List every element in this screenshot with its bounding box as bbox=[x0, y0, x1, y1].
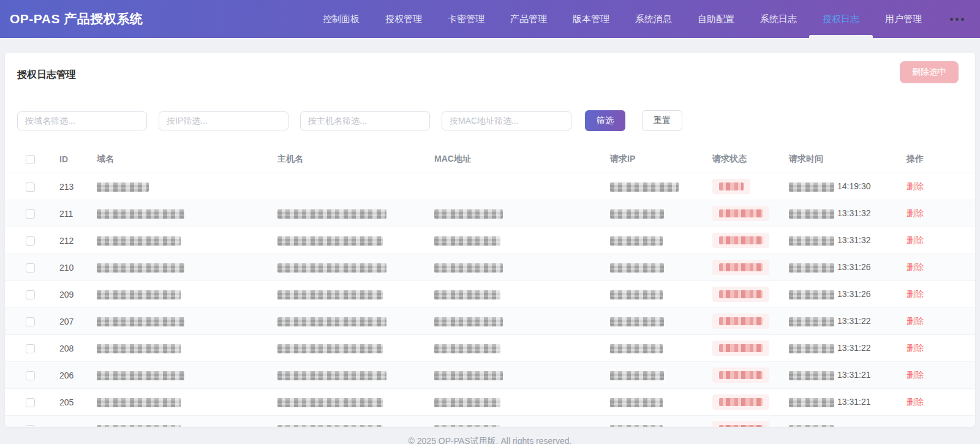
row-status-redacted bbox=[719, 263, 763, 271]
table-row: 212 13:31:32 删除 bbox=[5, 227, 975, 254]
row-status-redacted bbox=[719, 398, 763, 406]
row-checkbox[interactable] bbox=[26, 263, 35, 273]
row-domain-redacted bbox=[97, 425, 181, 427]
row-delete-link[interactable]: 删除 bbox=[907, 343, 924, 353]
row-date-redacted bbox=[789, 290, 834, 299]
row-mac-redacted bbox=[434, 209, 503, 219]
row-id: 206 bbox=[59, 371, 74, 380]
row-delete-link[interactable]: 删除 bbox=[907, 289, 924, 299]
ip-filter-input[interactable] bbox=[159, 111, 288, 130]
row-hostname-redacted bbox=[277, 425, 383, 427]
row-ip-redacted bbox=[610, 209, 664, 219]
row-delete-link[interactable]: 删除 bbox=[907, 397, 924, 407]
hostname-filter-input[interactable] bbox=[300, 111, 430, 130]
row-checkbox[interactable] bbox=[26, 344, 35, 353]
row-hostname-redacted bbox=[277, 371, 386, 380]
table-row: 210 13:31:26 删除 bbox=[5, 254, 975, 281]
col-header-request-status: 请求状态 bbox=[712, 148, 789, 173]
app-header: OP-PAS 产品授权系统 控制面板 授权管理 卡密管理 产品管理 版本管理 系… bbox=[0, 0, 980, 38]
nav-item-2[interactable]: 授权管理 bbox=[385, 0, 422, 38]
row-status-badge bbox=[712, 421, 769, 427]
row-mac-redacted bbox=[434, 425, 500, 427]
reset-button[interactable]: 重置 bbox=[642, 110, 682, 131]
row-delete-link[interactable]: 删除 bbox=[907, 235, 924, 245]
row-hostname-redacted bbox=[277, 398, 383, 407]
col-header-hostname: 主机名 bbox=[277, 148, 434, 173]
row-mac-redacted bbox=[434, 236, 500, 246]
row-delete-link[interactable]: 删除 bbox=[907, 208, 924, 218]
table-row: 206 13:31:21 删除 bbox=[5, 362, 975, 389]
filter-button[interactable]: 筛选 bbox=[585, 110, 625, 131]
row-date-redacted bbox=[789, 317, 834, 326]
table-header-row: ID 域名 主机名 MAC地址 请求IP 请求状态 请求时间 操作 bbox=[5, 148, 975, 173]
row-id: 212 bbox=[59, 236, 74, 246]
row-mac-redacted bbox=[434, 344, 500, 353]
nav-item-8[interactable]: 系统日志 bbox=[760, 0, 797, 38]
row-delete-link[interactable]: 删除 bbox=[907, 181, 924, 191]
row-id: 211 bbox=[59, 209, 73, 219]
row-time: 13:31:21 bbox=[837, 370, 871, 380]
col-header-id: ID bbox=[59, 148, 97, 173]
row-checkbox[interactable] bbox=[26, 236, 35, 246]
row-checkbox[interactable] bbox=[26, 371, 35, 380]
row-domain-redacted bbox=[97, 290, 181, 299]
row-ip-redacted bbox=[610, 398, 663, 407]
delete-selected-button[interactable]: 删除选中 bbox=[900, 61, 959, 83]
row-hostname-redacted bbox=[277, 236, 383, 246]
mac-filter-input[interactable] bbox=[442, 111, 571, 130]
row-time: 13:31:26 bbox=[837, 262, 871, 272]
row-status-redacted bbox=[719, 236, 763, 244]
row-ip-redacted bbox=[610, 425, 663, 427]
nav-more-button[interactable] bbox=[950, 0, 964, 38]
nav-item-label: 控制面板 bbox=[323, 13, 360, 25]
col-header-mac: MAC地址 bbox=[434, 148, 610, 173]
row-checkbox[interactable] bbox=[26, 317, 35, 326]
row-checkbox[interactable] bbox=[26, 425, 35, 427]
nav-item-label: 卡密管理 bbox=[448, 13, 484, 25]
nav-item-label: 版本管理 bbox=[573, 13, 609, 25]
nav-item-label: 系统日志 bbox=[760, 13, 797, 25]
row-mac-redacted bbox=[434, 290, 500, 299]
row-ip-redacted bbox=[610, 236, 663, 246]
nav-item-9[interactable]: 授权日志 bbox=[823, 0, 859, 38]
row-domain-redacted bbox=[97, 236, 181, 246]
table-row bbox=[5, 416, 975, 427]
row-id: 210 bbox=[59, 263, 74, 273]
row-id: 209 bbox=[59, 290, 74, 299]
row-checkbox[interactable] bbox=[26, 209, 35, 219]
row-hostname-redacted bbox=[277, 344, 383, 353]
row-status-badge bbox=[712, 287, 769, 302]
table-row: 211 13:31:32 删除 bbox=[5, 200, 975, 227]
row-delete-link[interactable]: 删除 bbox=[907, 262, 924, 272]
nav-item-10[interactable]: 用户管理 bbox=[885, 0, 922, 38]
nav-item-1[interactable]: 控制面板 bbox=[323, 0, 360, 38]
nav-item-5[interactable]: 版本管理 bbox=[573, 0, 609, 38]
row-hostname-redacted bbox=[277, 263, 386, 273]
nav-item-label: 自助配置 bbox=[698, 13, 734, 25]
row-checkbox[interactable] bbox=[26, 398, 35, 407]
row-delete-link[interactable]: 删除 bbox=[907, 370, 924, 380]
log-table: ID 域名 主机名 MAC地址 请求IP 请求状态 请求时间 操作 213 14… bbox=[5, 148, 975, 427]
nav-item-4[interactable]: 产品管理 bbox=[510, 0, 547, 38]
nav-item-6[interactable]: 系统消息 bbox=[635, 0, 672, 38]
row-ip-redacted bbox=[610, 317, 664, 326]
row-checkbox[interactable] bbox=[26, 182, 35, 192]
row-ip-redacted bbox=[610, 344, 663, 353]
row-ip-redacted bbox=[610, 371, 664, 380]
row-hostname-redacted bbox=[277, 209, 386, 219]
row-date-redacted bbox=[789, 263, 834, 273]
row-delete-link[interactable]: 删除 bbox=[907, 316, 924, 326]
auth-log-card: 授权日志管理 删除选中 筛选 重置 ID 域名 主机名 MAC地址 bbox=[5, 53, 975, 427]
row-date-redacted bbox=[789, 371, 834, 380]
row-date-redacted bbox=[789, 182, 834, 192]
row-status-redacted bbox=[719, 425, 763, 427]
nav-item-7[interactable]: 自助配置 bbox=[698, 0, 734, 38]
row-date-redacted bbox=[789, 209, 834, 219]
row-status-redacted bbox=[719, 209, 763, 217]
nav-item-3[interactable]: 卡密管理 bbox=[448, 0, 484, 38]
row-hostname-redacted bbox=[277, 290, 383, 299]
filter-bar: 筛选 重置 bbox=[17, 110, 963, 131]
select-all-checkbox[interactable] bbox=[26, 155, 35, 164]
row-checkbox[interactable] bbox=[26, 290, 35, 299]
domain-filter-input[interactable] bbox=[17, 111, 147, 130]
